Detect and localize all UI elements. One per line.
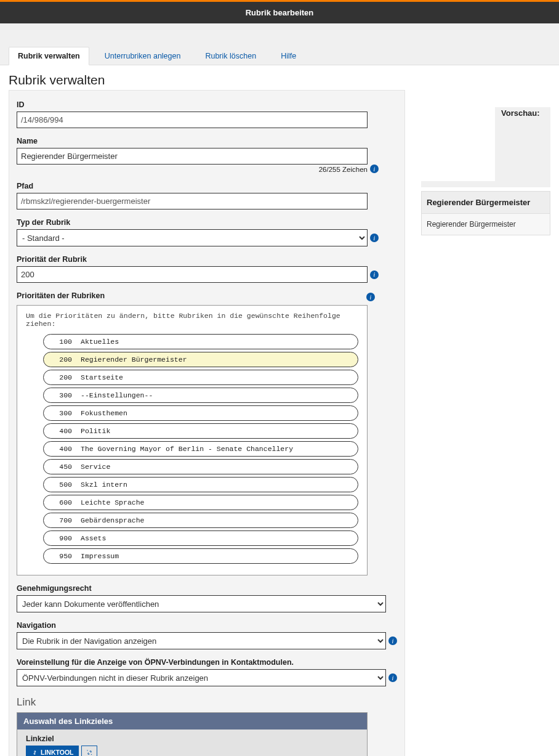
opnv-label: Voreinstellung für die Anzeige von ÖPNV-… bbox=[17, 658, 397, 667]
navigation-select[interactable]: Die Rubrik in der Navigation anzeigen bbox=[17, 632, 386, 649]
tab-rubrik-loeschen[interactable]: Rubrik löschen bbox=[196, 47, 265, 65]
priority-item-number: 700 bbox=[50, 516, 81, 524]
tab-hilfe[interactable]: Hilfe bbox=[271, 47, 305, 65]
id-label: ID bbox=[17, 100, 397, 109]
info-icon[interactable]: i bbox=[370, 234, 379, 242]
name-char-count: 26/255 Zeichen bbox=[17, 166, 368, 173]
preview-title: Regierender Bürgermeister bbox=[421, 191, 550, 214]
priority-item-number: 500 bbox=[50, 481, 81, 489]
priority-item-name: Politik bbox=[81, 427, 352, 435]
priority-label: Priorität der Rubrik bbox=[17, 255, 397, 264]
priority-item-name: Impressum bbox=[81, 552, 352, 560]
priority-item[interactable]: 900Assets bbox=[43, 530, 358, 546]
linktool-clear-button[interactable] bbox=[81, 746, 97, 756]
priority-item-name: Regierender Bürgermeister bbox=[81, 356, 352, 364]
approval-label: Genehmigungsrecht bbox=[17, 584, 397, 593]
priority-item[interactable]: 400Politik bbox=[43, 423, 358, 439]
info-icon[interactable]: i bbox=[388, 673, 397, 682]
priority-item-number: 300 bbox=[50, 409, 81, 417]
priority-item[interactable]: 500Skzl intern bbox=[43, 477, 358, 492]
approval-select[interactable]: Jeder kann Dokumente veröffentlichen bbox=[17, 595, 386, 612]
priority-item-number: 300 bbox=[50, 391, 81, 399]
preview-panel: Vorschau: bbox=[421, 107, 550, 187]
tab-bar: Rubrik verwalten Unterrubriken anlegen R… bbox=[0, 47, 559, 65]
priority-item[interactable]: 200Regierender Bürgermeister bbox=[43, 352, 358, 367]
preview-thumbnail bbox=[421, 107, 495, 181]
tab-rubrik-verwalten[interactable]: Rubrik verwalten bbox=[9, 47, 89, 65]
tab-unterrubriken-anlegen[interactable]: Unterrubriken anlegen bbox=[95, 47, 190, 65]
priority-item-number: 400 bbox=[50, 427, 81, 435]
window-title: Rubrik bearbeiten bbox=[0, 2, 559, 23]
priority-item[interactable]: 950Impressum bbox=[43, 548, 358, 564]
priority-item-number: 200 bbox=[50, 356, 81, 364]
priority-item-number: 450 bbox=[50, 463, 81, 471]
priority-item-name: Gebärdensprache bbox=[81, 516, 352, 524]
toolbar-empty bbox=[0, 23, 559, 47]
priority-item-name: Leichte Sprache bbox=[81, 498, 352, 506]
link-icon bbox=[31, 749, 38, 756]
priority-item-number: 600 bbox=[50, 498, 81, 506]
info-icon[interactable]: i bbox=[388, 636, 397, 645]
form-panel: ID Name 26/255 Zeichen i Pfad Typ der Ru… bbox=[9, 90, 405, 756]
priority-item-name: Fokusthemen bbox=[81, 409, 352, 417]
name-input[interactable] bbox=[17, 148, 368, 165]
priority-item-number: 950 bbox=[50, 552, 81, 560]
preview-subtitle: Regierender Bürgermeister bbox=[421, 214, 550, 235]
priority-item-number: 200 bbox=[50, 373, 81, 381]
path-label: Pfad bbox=[17, 182, 397, 190]
link-panel-header: Auswahl des Linkzieles bbox=[17, 713, 367, 730]
priorities-list-label: Prioritäten der Rubriken bbox=[17, 291, 105, 300]
type-label: Typ der Rubrik bbox=[17, 218, 397, 227]
info-icon[interactable]: i bbox=[370, 270, 379, 279]
priority-item[interactable]: 300Fokusthemen bbox=[43, 405, 358, 421]
priority-item-name: Assets bbox=[81, 534, 352, 542]
priority-item-name: Skzl intern bbox=[81, 481, 352, 489]
priority-item[interactable]: 700Gebärdensprache bbox=[43, 513, 358, 528]
priority-item-name: Service bbox=[81, 463, 352, 471]
priority-item-number: 400 bbox=[50, 445, 81, 453]
page-title: Rubrik verwalten bbox=[0, 65, 559, 90]
priority-item-number: 900 bbox=[50, 534, 81, 542]
type-select[interactable]: - Standard - bbox=[17, 229, 368, 246]
priorities-hint: Um die Prioritäten zu ändern, bitte Rubr… bbox=[26, 312, 358, 328]
priority-item[interactable]: 100Aktuelles bbox=[43, 334, 358, 349]
priority-item-name: Startseite bbox=[81, 373, 352, 381]
linktarget-label: Linkziel bbox=[26, 734, 358, 743]
path-input[interactable] bbox=[17, 193, 368, 209]
priority-item[interactable]: 400The Governing Mayor of Berlin - Senat… bbox=[43, 441, 358, 457]
priority-item-name: Aktuelles bbox=[81, 338, 352, 346]
priority-item[interactable]: 300--Einstellungen-- bbox=[43, 388, 358, 403]
priority-input[interactable] bbox=[17, 266, 368, 283]
name-label: Name bbox=[17, 137, 397, 145]
priority-item[interactable]: 200Startseite bbox=[43, 370, 358, 385]
priority-item-number: 100 bbox=[50, 338, 81, 346]
link-panel: Auswahl des Linkzieles Linkziel LINKTOOL… bbox=[17, 712, 368, 756]
priority-item[interactable]: 600Leichte Sprache bbox=[43, 495, 358, 510]
priority-item-name: The Governing Mayor of Berlin - Senate C… bbox=[81, 445, 352, 453]
unlink-icon bbox=[86, 749, 94, 757]
link-section-title: Link bbox=[17, 696, 397, 709]
priority-item[interactable]: 450Service bbox=[43, 459, 358, 474]
priority-item-name: --Einstellungen-- bbox=[81, 391, 352, 399]
linktool-button[interactable]: LINKTOOL bbox=[26, 746, 79, 756]
id-input[interactable] bbox=[17, 112, 368, 128]
opnv-select[interactable]: ÖPNV-Verbindungen nicht in dieser Rubrik… bbox=[17, 669, 386, 686]
info-icon[interactable]: i bbox=[370, 165, 379, 173]
linktool-label: LINKTOOL bbox=[41, 749, 73, 756]
info-icon[interactable]: i bbox=[366, 293, 375, 301]
preview-label: Vorschau: bbox=[501, 108, 540, 120]
navigation-label: Navigation bbox=[17, 621, 397, 630]
priorities-list: Um die Prioritäten zu ändern, bitte Rubr… bbox=[17, 305, 368, 575]
